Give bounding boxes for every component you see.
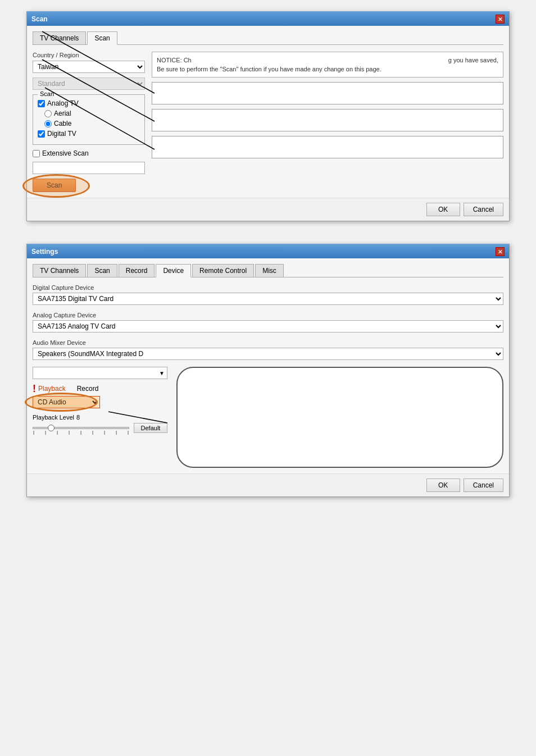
- digital-capture-group: Digital Capture Device SAA7135 Digital T…: [33, 284, 503, 305]
- analog-tv-label: Analog TV: [47, 99, 79, 107]
- scan-window: Scan ✕ TV Channels Scan Country / Region…: [11, 11, 525, 221]
- settings-cancel-button[interactable]: Cancel: [464, 479, 503, 492]
- notice-suffix: g you have saved,: [448, 57, 498, 63]
- mixer-inputs-section: ▼ ! Playback Record CD Audio: [33, 367, 503, 468]
- digital-tv-row: Digital TV: [38, 130, 140, 138]
- scan-title-bar: Scan ✕: [27, 12, 509, 26]
- settings-tab-misc[interactable]: Misc: [255, 264, 284, 277]
- analog-capture-label: Analog Capture Device: [33, 312, 503, 318]
- playback-level-value: 8: [76, 414, 80, 421]
- aerial-label: Aerial: [54, 110, 71, 117]
- country-select[interactable]: Taiwan: [33, 61, 145, 73]
- extensive-scan-label: Extensive Scan: [42, 149, 89, 157]
- result-boxes: [152, 82, 503, 158]
- playback-level-label: Playback Level: [33, 414, 74, 421]
- digital-tv-label: Digital TV: [47, 130, 76, 138]
- extensive-scan-row: Extensive Scan: [33, 149, 145, 157]
- playback-label: Playback: [38, 385, 66, 393]
- audio-mixer-group: Audio Mixer Device Speakers (SoundMAX In…: [33, 339, 503, 360]
- settings-tab-record[interactable]: Record: [119, 264, 155, 277]
- notice-body: Be sure to perform the "Scan" function i…: [157, 66, 498, 72]
- cd-audio-select[interactable]: CD Audio: [33, 396, 100, 408]
- playback-level-header: Playback Level 8: [33, 414, 167, 421]
- record-label: Record: [77, 385, 99, 393]
- mixer-labels-row: ! Playback Record: [33, 384, 167, 394]
- exclamation-icon: !: [33, 384, 36, 394]
- device-content: Digital Capture Device SAA7135 Digital T…: [33, 284, 503, 468]
- settings-window-title: Settings: [31, 248, 58, 256]
- mixer-left: ▼ ! Playback Record CD Audio: [33, 367, 167, 433]
- scan-left-panel: Country / Region Taiwan Standard Scan: [33, 52, 145, 192]
- slider-thumb[interactable]: [48, 425, 54, 431]
- scan-tabs: TV Channels Scan: [33, 31, 503, 45]
- settings-tab-scan[interactable]: Scan: [87, 264, 117, 277]
- mixer-empty-select[interactable]: ▼: [33, 367, 167, 379]
- scan-text-field[interactable]: [33, 162, 145, 174]
- digital-tv-checkbox[interactable]: [38, 130, 45, 138]
- analog-tv-checkbox[interactable]: [38, 100, 45, 107]
- scan-window-title: Scan: [31, 15, 48, 23]
- result-box-1: [152, 82, 503, 104]
- settings-dialog-buttons: OK Cancel: [27, 473, 509, 497]
- cable-label: Cable: [54, 120, 71, 127]
- default-button[interactable]: Default: [134, 423, 167, 433]
- country-label: Country / Region: [33, 52, 145, 58]
- aerial-radio[interactable]: [44, 110, 52, 117]
- settings-tab-tv-channels[interactable]: TV Channels: [33, 264, 86, 277]
- standard-select[interactable]: Standard: [33, 78, 145, 90]
- analog-tv-row: Analog TV: [38, 99, 140, 107]
- audio-mixer-label: Audio Mixer Device: [33, 339, 503, 346]
- cable-row: Cable: [44, 120, 140, 127]
- settings-close-button[interactable]: ✕: [496, 247, 505, 256]
- settings-title-bar: Settings ✕: [27, 245, 509, 258]
- digital-capture-label: Digital Capture Device: [33, 284, 503, 291]
- notice-box: NOTICE: Ch g you have saved, Be sure to …: [152, 52, 503, 78]
- scan-dialog-buttons: OK Cancel: [27, 198, 509, 221]
- mixer-right-box: [176, 367, 503, 468]
- ok-button[interactable]: OK: [426, 203, 460, 216]
- scan-right-panel: NOTICE: Ch g you have saved, Be sure to …: [152, 52, 503, 192]
- aerial-row: Aerial: [44, 110, 140, 117]
- settings-window: Settings ✕ TV Channels Scan Record Devic…: [11, 244, 525, 497]
- playback-level-group: Playback Level 8 ||| |||: [33, 414, 167, 433]
- standard-group: Standard: [33, 78, 145, 90]
- cable-radio[interactable]: [44, 120, 52, 127]
- analog-capture-select[interactable]: SAA7135 Analog TV Card: [33, 320, 503, 333]
- scan-group-label: Scan: [38, 90, 56, 97]
- analog-capture-group: Analog Capture Device SAA7135 Analog TV …: [33, 312, 503, 333]
- digital-capture-select[interactable]: SAA7135 Digital TV Card: [33, 293, 503, 305]
- settings-tab-device[interactable]: Device: [156, 264, 191, 277]
- tab-scan[interactable]: Scan: [87, 31, 117, 45]
- result-box-2: [152, 109, 503, 131]
- settings-tabs: TV Channels Scan Record Device Remote Co…: [33, 264, 503, 277]
- scan-close-button[interactable]: ✕: [496, 15, 505, 24]
- audio-mixer-select[interactable]: Speakers (SoundMAX Integrated D: [33, 348, 503, 360]
- slider-ticks: ||| ||| |||: [33, 430, 129, 435]
- dropdown-arrow-icon: ▼: [159, 370, 165, 376]
- playback-slider-row: ||| ||| ||| Default: [33, 423, 167, 433]
- slider-track: ||| ||| |||: [33, 427, 129, 429]
- scan-button[interactable]: Scan: [33, 179, 76, 192]
- scan-button-wrapper: Scan: [33, 179, 76, 192]
- notice-title: NOTICE: Ch: [157, 57, 192, 63]
- extensive-scan-checkbox[interactable]: [33, 150, 40, 157]
- settings-ok-button[interactable]: OK: [426, 479, 460, 492]
- slider-container: ||| ||| |||: [33, 423, 129, 432]
- tab-tv-channels[interactable]: TV Channels: [33, 31, 86, 44]
- settings-tab-remote[interactable]: Remote Control: [192, 264, 254, 277]
- cd-audio-wrapper: CD Audio: [33, 396, 100, 408]
- country-region-group: Country / Region Taiwan: [33, 52, 145, 73]
- cancel-button[interactable]: Cancel: [464, 203, 503, 216]
- result-box-3: [152, 136, 503, 158]
